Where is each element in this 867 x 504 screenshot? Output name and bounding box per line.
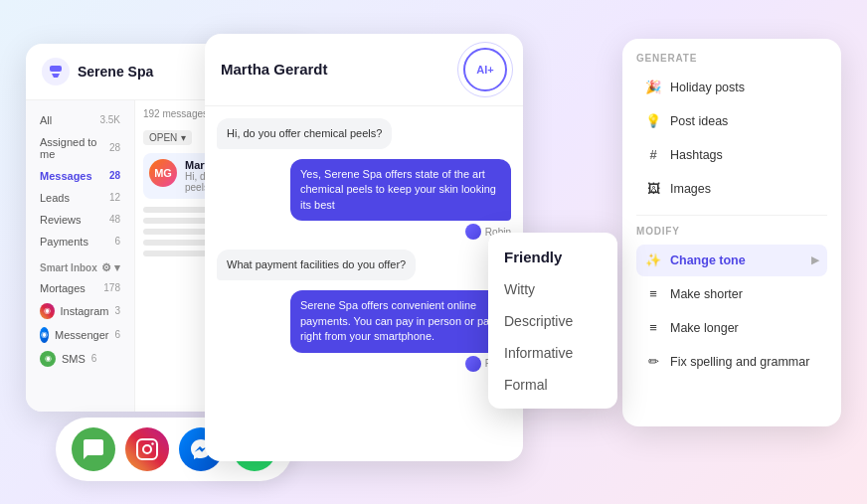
sidebar-item-sms[interactable]: ◉ SMS 6 (34, 348, 126, 370)
open-badge[interactable]: OPEN ▾ (143, 130, 192, 145)
app-title: Serene Spa (78, 64, 153, 80)
modify-change-tone[interactable]: ✨ Change tone ▶ (636, 245, 827, 276)
gen-item-hashtags[interactable]: # Hashtags (636, 139, 827, 171)
instagram-bottom-icon[interactable] (125, 427, 169, 471)
contact-name: Martha Gerardt (221, 61, 328, 78)
sidebar-item-reviews[interactable]: Reviews 48 (34, 210, 126, 230)
fix-spelling-icon: ✏ (644, 353, 662, 371)
sidebar-item-messenger[interactable]: ◉ Messenger 6 (34, 324, 126, 346)
modify-make-longer[interactable]: ≡ Make longer (636, 312, 827, 344)
sidebar-item-leads[interactable]: Leads 12 (34, 188, 126, 208)
message-4: Serene Spa offers convenient online paym… (290, 290, 511, 352)
gen-item-post-ideas[interactable]: 💡 Post ideas (636, 105, 827, 137)
svg-point-3 (151, 442, 153, 444)
sidebar-item-mortages[interactable]: Mortages 178 (34, 278, 126, 298)
message-1: Hi, do you offer chemical peels? (217, 118, 392, 149)
logo-icon (42, 58, 70, 85)
gen-item-holiday[interactable]: 🎉 Holiday posts (636, 72, 827, 103)
divider (636, 215, 827, 216)
tone-dropdown: Friendly Witty Descriptive Informative F… (488, 233, 617, 409)
message-3: What payment facilities do you offer? (217, 250, 416, 280)
sidebar-item-assigned[interactable]: Assigned to me 28 (34, 132, 126, 164)
tone-informative[interactable]: Informative (488, 337, 617, 369)
images-icon: 🖼 (644, 180, 662, 198)
message-2: Yes, Serene Spa offers state of the art … (290, 159, 511, 221)
conversation-messages: Hi, do you offer chemical peels? Yes, Se… (205, 106, 523, 461)
sidebar-item-instagram[interactable]: ◉ Instagram 3 (34, 300, 126, 322)
smart-inbox-label: Smart Inbox ⚙ ▾ (34, 253, 126, 278)
messenger-icon: ◉ (40, 327, 49, 343)
sms-icon: ◉ (40, 351, 56, 367)
modify-fix-spelling[interactable]: ✏ Fix spelling and grammar (636, 346, 827, 378)
avatar: MG (149, 159, 177, 187)
change-tone-icon: ✨ (644, 252, 662, 269)
modify-section-label: MODIFY (636, 226, 827, 237)
chevron-right-icon: ▶ (811, 254, 819, 265)
ai-bubble[interactable]: AI+ (463, 48, 507, 91)
hashtags-icon: # (644, 146, 662, 164)
sms-bottom-icon[interactable] (72, 427, 115, 471)
tone-witty[interactable]: Witty (488, 273, 617, 305)
conversation-panel: Martha Gerardt AI+ Hi, do you offer chem… (205, 34, 523, 461)
generate-section-label: GENERATE (636, 53, 827, 64)
tone-descriptive[interactable]: Descriptive (488, 305, 617, 337)
post-ideas-icon: 💡 (644, 112, 662, 130)
sidebar-item-payments[interactable]: Payments 6 (34, 232, 126, 252)
conversation-header: Martha Gerardt AI+ (205, 34, 523, 106)
instagram-icon: ◉ (40, 303, 55, 319)
gen-item-images[interactable]: 🖼 Images (636, 173, 827, 205)
generate-panel: GENERATE 🎉 Holiday posts 💡 Post ideas # … (622, 39, 841, 426)
tone-formal[interactable]: Formal (488, 369, 617, 401)
sidebar-item-all[interactable]: All 3.5K (34, 110, 126, 130)
modify-make-shorter[interactable]: ≡ Make shorter (636, 278, 827, 310)
svg-point-2 (143, 445, 151, 453)
holiday-icon: 🎉 (644, 79, 662, 96)
sidebar: All 3.5K Assigned to me 28 Messages 28 L… (26, 100, 135, 412)
sender-avatar-2 (465, 356, 481, 372)
make-shorter-icon: ≡ (644, 285, 662, 303)
svg-rect-1 (137, 439, 157, 459)
make-longer-icon: ≡ (644, 319, 662, 337)
ai-label: AI+ (476, 64, 493, 76)
sender-avatar (465, 224, 481, 240)
sidebar-item-messages[interactable]: Messages 28 (34, 166, 126, 186)
tone-friendly[interactable]: Friendly (488, 241, 617, 273)
